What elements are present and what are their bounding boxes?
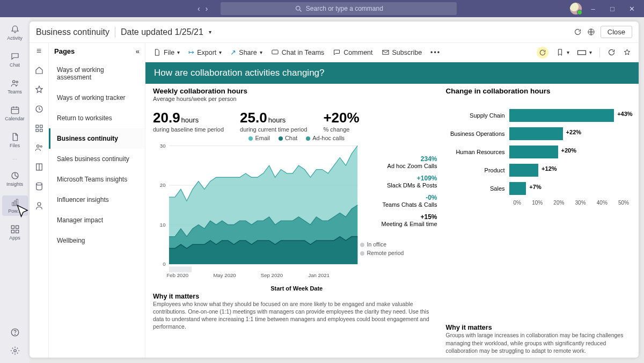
rail-files-label: Files (10, 143, 20, 148)
annotation: +15%Meeting & Email time (360, 213, 437, 227)
period-legend: In officeRemote period (360, 241, 437, 256)
rail-teams-label: Teams (8, 89, 22, 95)
more-menu[interactable]: ••• (430, 49, 441, 56)
search-placeholder: Search or type a command (306, 5, 383, 12)
subscribe-button[interactable]: Subscribe (382, 48, 422, 56)
file-menu[interactable]: File▾ (153, 48, 180, 56)
apps-icon[interactable] (34, 124, 44, 133)
bookmark-menu[interactable]: ▾ (556, 48, 569, 56)
nav-back-icon[interactable]: ‹ (197, 4, 200, 13)
annotation: 234%Ad hoc Zoom Calls (360, 155, 437, 169)
rail-apps-label: Apps (9, 235, 20, 241)
bar-row: Human Resources+20% (446, 143, 631, 161)
svg-text:0: 0 (163, 261, 165, 267)
pages-header: Pages (54, 47, 75, 55)
page-item[interactable]: Ways of working assessment (49, 60, 145, 88)
svg-point-26 (40, 146, 42, 147)
chat-in-teams[interactable]: Chat in Teams (271, 48, 325, 56)
person-icon[interactable] (34, 201, 44, 210)
share-menu[interactable]: ↗Share▾ (230, 48, 262, 56)
bar-row: Sales+7% (446, 179, 631, 198)
export-menu[interactable]: ↦Export▾ (188, 48, 222, 56)
bar-x-axis: 0%10%20%30%40%50% (514, 200, 631, 206)
rail-powerbi[interactable]: Pow... (2, 195, 28, 216)
svg-rect-23 (36, 129, 39, 132)
view-menu[interactable]: ▾ (577, 49, 592, 56)
page-item[interactable]: Sales business continuity (49, 149, 145, 169)
collapse-icon[interactable]: « (136, 47, 140, 55)
page-item[interactable]: Microsoft Teams insights (49, 169, 145, 190)
svg-rect-9 (12, 202, 13, 206)
date-updated[interactable]: Date updated 1/25/21 (121, 27, 203, 37)
rail-activity-label: Activity (7, 35, 23, 41)
svg-text:May 2020: May 2020 (213, 272, 236, 278)
metric-baseline: 20.9hoursduring baseline time period (153, 110, 224, 133)
chevron-down-icon[interactable]: ▾ (209, 29, 211, 35)
svg-text:Feb 2020: Feb 2020 (166, 272, 188, 278)
right-title: Change in collaboration hours (446, 87, 631, 95)
comment-button[interactable]: Comment (333, 48, 372, 56)
bar-row: Product+12% (446, 161, 631, 179)
left-subtitle: Average hours/week per person (153, 96, 441, 102)
avatar[interactable] (570, 3, 582, 14)
left-title: Weekly collaboration hours (153, 87, 441, 95)
rail-calendar[interactable]: Calendar (2, 103, 28, 124)
pages-sidebar: Pages « Ways of working assessmentWays o… (49, 43, 145, 358)
page-item[interactable]: Influencer insights (49, 190, 145, 210)
database-icon[interactable] (34, 182, 44, 191)
why-header-left: Why it matters (153, 293, 441, 300)
svg-rect-14 (11, 230, 14, 233)
bar-chart[interactable]: Supply Chain+43%Business Operations+22%H… (446, 106, 631, 198)
area-chart[interactable]: 0102030Feb 2020May 2020Sep 2020Jan 2021 (153, 142, 360, 286)
rail-apps[interactable]: Apps (2, 222, 28, 243)
page-item[interactable]: Return to worksites (49, 108, 145, 128)
rail-insights[interactable]: Insights (2, 169, 28, 189)
rail-teams[interactable]: Teams (2, 76, 28, 97)
nav-fwd-icon[interactable]: › (206, 4, 208, 13)
svg-rect-13 (16, 226, 18, 228)
page-item[interactable]: Manager impact (49, 210, 145, 230)
annotation: +109%Slack DMs & Posts (360, 175, 437, 188)
svg-point-2 (12, 81, 15, 83)
star-icon[interactable] (34, 85, 44, 95)
rail-chat-label: Chat (10, 62, 20, 68)
globe-icon[interactable] (587, 28, 595, 36)
page-item[interactable]: Ways of working tracker (49, 88, 145, 108)
page-title: Business continuity (36, 27, 109, 37)
search-input[interactable]: Search or type a command (221, 2, 457, 15)
app-header: Business continuity Date updated 1/25/21… (30, 21, 639, 43)
teams-rail: Activity Chat Teams Calendar Files ⋯ Ins… (0, 17, 30, 363)
people-icon[interactable] (34, 143, 44, 153)
gear-icon[interactable] (10, 346, 20, 355)
book-icon[interactable] (34, 162, 44, 172)
report-banner: How are collaboration activities changin… (145, 62, 639, 84)
window-minimize-icon[interactable]: – (585, 5, 601, 13)
window-close-icon[interactable]: ✕ (624, 5, 640, 13)
reset-icon[interactable] (537, 47, 548, 59)
clock-icon[interactable] (34, 104, 44, 114)
bar-row: Business Operations+22% (446, 125, 631, 143)
rail-files[interactable]: Files (2, 130, 28, 150)
close-button[interactable]: Close (601, 26, 632, 38)
rail-activity[interactable]: Activity (2, 23, 28, 43)
svg-point-29 (36, 183, 42, 185)
page-item[interactable]: Wellbeing (49, 230, 145, 251)
svg-rect-22 (40, 125, 42, 128)
help-icon[interactable] (10, 328, 20, 337)
rail-calendar-label: Calendar (5, 116, 25, 121)
window-maximize-icon[interactable]: □ (604, 5, 620, 13)
refresh-icon[interactable] (574, 28, 582, 36)
home-icon[interactable] (34, 66, 44, 75)
svg-point-30 (38, 202, 41, 206)
right-column: Change in collaboration hours Supply Cha… (446, 87, 631, 354)
why-text-left: Employees who know what they should be f… (153, 300, 441, 331)
favorite-star-icon[interactable] (623, 48, 631, 56)
refresh2-icon[interactable] (608, 48, 616, 56)
annotation: -0%Teams Chats & Calls (360, 194, 437, 208)
bar-row: Supply Chain+43% (446, 106, 631, 125)
rail-chat[interactable]: Chat (2, 49, 28, 70)
svg-rect-15 (16, 230, 18, 233)
svg-point-3 (16, 81, 18, 83)
hamburger-icon[interactable]: ≡ (36, 46, 41, 56)
page-item[interactable]: Business continuity (49, 128, 145, 149)
